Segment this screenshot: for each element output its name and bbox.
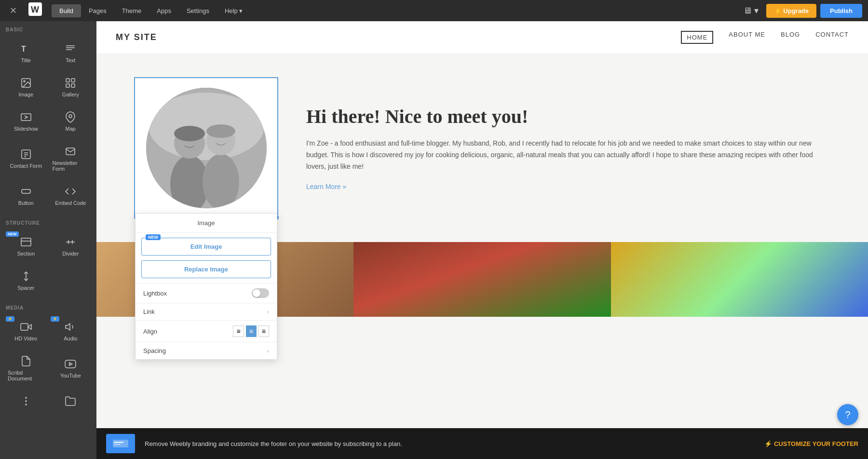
- main-layout: BASIC T Title Text Imag: [0, 21, 868, 459]
- popup-lightbox-row[interactable]: Lightbox: [136, 283, 277, 303]
- sidebar-basic-grid: T Title Text Image: [0, 34, 96, 215]
- sidebar-item-youtube[interactable]: YouTube: [49, 349, 93, 388]
- svg-rect-11: [71, 84, 75, 87]
- edit-image-button[interactable]: NEW Edit Image: [141, 238, 271, 256]
- site-nav-contact[interactable]: CONTACT: [815, 31, 849, 44]
- site-nav-blog[interactable]: BLOG: [781, 31, 800, 44]
- align-right-button[interactable]: ≡: [258, 325, 269, 337]
- sidebar-item-slideshow[interactable]: Slideshow: [4, 105, 48, 138]
- svg-rect-19: [22, 189, 30, 193]
- sidebar-item-newsletter[interactable]: Newsletter Form: [49, 139, 93, 178]
- sidebar-item-section[interactable]: NEW Section: [4, 230, 48, 263]
- footer-cta-button[interactable]: ⚡ CUSTOMIZE YOUR FOOTER: [764, 440, 858, 447]
- svg-marker-28: [66, 324, 70, 330]
- sidebar-item-divider[interactable]: Divider: [49, 230, 93, 263]
- replace-image-button[interactable]: Replace Image: [141, 260, 271, 278]
- sidebar-item-map[interactable]: Map: [49, 105, 93, 138]
- link-chevron: ›: [267, 309, 269, 315]
- svg-point-39: [174, 126, 205, 141]
- image-popup: Image NEW Edit Image Replace Image Light…: [135, 213, 277, 360]
- hero-text: Hi there! Nice to meet you! I'm Zoe - a …: [306, 105, 829, 190]
- top-bar-right: 🖥 ▾ ⚡ Upgrade Publish: [739, 3, 862, 18]
- sidebar-item-scribd[interactable]: Scribd Document: [4, 349, 48, 388]
- svg-rect-10: [66, 84, 69, 87]
- sidebar-item-image[interactable]: Image: [4, 70, 48, 104]
- svg-rect-42: [114, 442, 123, 443]
- svg-rect-8: [66, 79, 69, 82]
- sidebar-item-button[interactable]: Button: [4, 179, 48, 213]
- popup-spacing-row[interactable]: Spacing ›: [136, 342, 277, 359]
- sidebar-item-hdvideo[interactable]: ⚡ HD Video: [4, 314, 48, 348]
- align-buttons: ≡ ≡ ≡: [233, 325, 269, 337]
- sidebar-item-contact-form[interactable]: Contact Form: [4, 139, 48, 178]
- weebly-logo: W: [23, 2, 48, 19]
- svg-point-7: [24, 81, 25, 82]
- svg-rect-12: [21, 114, 31, 121]
- svg-text:W: W: [31, 5, 39, 14]
- new-tag: NEW: [146, 234, 161, 240]
- device-selector[interactable]: 🖥 ▾: [739, 3, 762, 18]
- sidebar-item-more[interactable]: [4, 389, 48, 417]
- nav-build[interactable]: Build: [52, 4, 81, 17]
- new-badge: NEW: [6, 231, 19, 237]
- popup-link-row[interactable]: Link ›: [136, 303, 277, 320]
- svg-point-36: [203, 154, 239, 208]
- svg-point-32: [26, 404, 27, 405]
- sidebar-item-audio[interactable]: ⚡ Audio: [49, 314, 93, 348]
- footer-preview-icon: [106, 434, 135, 453]
- sidebar-item-title[interactable]: T Title: [4, 36, 48, 70]
- couple-photo-svg: [146, 88, 267, 208]
- site-header: MY SITE HOME ABOUT ME BLOG CONTACT: [96, 21, 868, 54]
- svg-point-40: [206, 124, 235, 138]
- sidebar-structure-grid: NEW Section Divider: [0, 228, 96, 299]
- lightbox-toggle[interactable]: [252, 288, 269, 298]
- svg-text:T: T: [21, 45, 26, 53]
- site-title: MY SITE: [116, 32, 157, 42]
- upgrade-button[interactable]: ⚡ Upgrade: [766, 4, 816, 18]
- top-bar: ✕ W Build Pages Theme Apps Settings Help…: [0, 0, 868, 21]
- canvas-area[interactable]: MY SITE HOME ABOUT ME BLOG CONTACT: [96, 21, 868, 459]
- sidebar-item-spacer[interactable]: Spacer: [4, 264, 48, 297]
- gallery-img-3: [611, 242, 868, 317]
- sidebar-item-files[interactable]: [49, 389, 93, 417]
- spacing-chevron: ›: [267, 348, 269, 354]
- site-nav-about[interactable]: ABOUT ME: [729, 31, 765, 44]
- sidebar-media-label: MEDIA: [0, 299, 96, 312]
- align-left-button[interactable]: ≡: [233, 325, 244, 337]
- site-nav: HOME ABOUT ME BLOG CONTACT: [681, 31, 849, 44]
- sidebar-structure-label: STRUCTURE: [0, 215, 96, 228]
- help-bubble[interactable]: ?: [837, 404, 858, 425]
- hero-learn-more-link[interactable]: Learn More »: [306, 183, 346, 190]
- close-button[interactable]: ✕: [6, 3, 21, 18]
- image-widget[interactable]: [135, 78, 277, 218]
- nav-apps[interactable]: Apps: [149, 4, 179, 17]
- sidebar-basic-label: BASIC: [0, 21, 96, 34]
- popup-title: Image: [136, 214, 277, 233]
- footer-text: Remove Weebly branding and customize the…: [145, 440, 755, 447]
- publish-button[interactable]: Publish: [820, 4, 862, 18]
- sidebar-item-embed[interactable]: Embed Code: [49, 179, 93, 213]
- new-badge-audio: ⚡: [51, 316, 59, 322]
- popup-align-row[interactable]: Align ≡ ≡ ≡: [136, 320, 277, 342]
- new-badge-video: ⚡: [6, 316, 14, 322]
- sidebar-item-gallery[interactable]: Gallery: [49, 70, 93, 104]
- nav-pages[interactable]: Pages: [81, 4, 114, 17]
- align-center-button[interactable]: ≡: [246, 325, 257, 337]
- svg-rect-27: [21, 324, 28, 330]
- svg-rect-43: [114, 444, 121, 445]
- svg-rect-20: [21, 238, 31, 246]
- svg-rect-9: [71, 79, 75, 82]
- hero-section: Image NEW Edit Image Replace Image Light…: [96, 54, 868, 242]
- nav-settings[interactable]: Settings: [179, 4, 217, 17]
- sidebar-item-text[interactable]: Text: [49, 36, 93, 70]
- site-nav-home[interactable]: HOME: [681, 31, 713, 44]
- nav-theme[interactable]: Theme: [114, 4, 149, 17]
- footer-preview-svg: [112, 438, 129, 449]
- nav-help[interactable]: Help ▾: [217, 4, 250, 17]
- hero-heading: Hi there! Nice to meet you!: [306, 105, 829, 128]
- page-content: Image NEW Edit Image Replace Image Light…: [96, 54, 868, 440]
- image-widget-container: Image NEW Edit Image Replace Image Light…: [135, 78, 277, 218]
- svg-rect-41: [113, 440, 128, 447]
- footer-bar: Remove Weebly branding and customize the…: [96, 428, 868, 459]
- svg-marker-29: [69, 363, 72, 365]
